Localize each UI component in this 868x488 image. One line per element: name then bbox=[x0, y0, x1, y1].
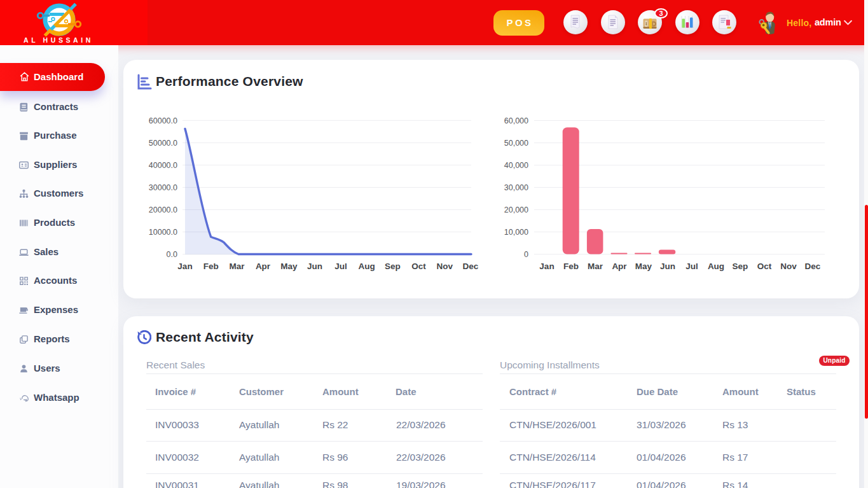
svg-text:Dec: Dec bbox=[805, 261, 821, 271]
svg-text:10000.0: 10000.0 bbox=[149, 228, 177, 237]
svg-text:Sep: Sep bbox=[733, 261, 748, 271]
svg-text:20,000: 20,000 bbox=[504, 206, 528, 214]
svg-text:Dec: Dec bbox=[463, 261, 479, 271]
svg-text:AL HUSSAIN: AL HUSSAIN bbox=[24, 36, 93, 44]
svg-text:60000.0: 60000.0 bbox=[149, 116, 177, 125]
svg-text:Mar: Mar bbox=[230, 261, 245, 271]
svg-text:Oct: Oct bbox=[757, 261, 772, 271]
svg-text:Jul: Jul bbox=[334, 261, 347, 271]
svg-text:Aug: Aug bbox=[359, 261, 375, 271]
svg-text:May: May bbox=[280, 261, 298, 271]
svg-text:Oct: Oct bbox=[411, 261, 426, 271]
svg-text:50,000: 50,000 bbox=[504, 139, 528, 148]
svg-text:Mar: Mar bbox=[588, 261, 603, 271]
svg-text:Nov: Nov bbox=[780, 261, 797, 271]
svg-text:Aug: Aug bbox=[708, 261, 724, 271]
svg-text:0.0: 0.0 bbox=[167, 250, 177, 259]
svg-text:30,000: 30,000 bbox=[504, 183, 528, 192]
svg-text:10,000: 10,000 bbox=[504, 228, 528, 237]
svg-text:20000.0: 20000.0 bbox=[149, 206, 177, 214]
svg-text:Apr: Apr bbox=[256, 261, 271, 271]
svg-text:Jun: Jun bbox=[660, 261, 675, 271]
svg-text:Feb: Feb bbox=[563, 261, 579, 271]
svg-text:Sep: Sep bbox=[385, 261, 401, 271]
svg-text:Jul: Jul bbox=[685, 261, 698, 271]
svg-text:40000.0: 40000.0 bbox=[149, 161, 177, 170]
svg-text:Feb: Feb bbox=[203, 261, 219, 271]
svg-text:30000.0: 30000.0 bbox=[149, 183, 177, 192]
svg-text:Jan: Jan bbox=[539, 261, 554, 271]
svg-text:50000.0: 50000.0 bbox=[149, 139, 177, 148]
svg-text:40,000: 40,000 bbox=[504, 161, 528, 170]
svg-text:60,000: 60,000 bbox=[504, 116, 528, 125]
svg-text:Nov: Nov bbox=[436, 261, 453, 271]
svg-text:Apr: Apr bbox=[612, 261, 627, 271]
svg-text:Jan: Jan bbox=[177, 261, 192, 271]
svg-text:Jun: Jun bbox=[307, 261, 322, 271]
svg-text:May: May bbox=[635, 261, 652, 271]
svg-text:0: 0 bbox=[524, 250, 528, 259]
